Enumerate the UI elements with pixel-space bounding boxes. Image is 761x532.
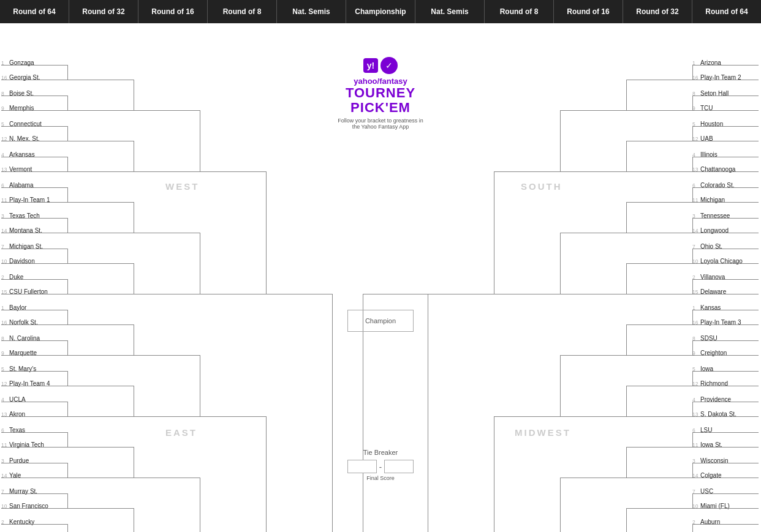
midwest-label: MIDWEST (515, 427, 571, 438)
pickem-label: PICK'EM (337, 100, 424, 115)
tiebreaker-input-1[interactable] (347, 460, 377, 473)
tiebreaker-dash: - (379, 462, 382, 471)
logo-section: y! ✓ yahoo/fantasy TOURNEY PICK'EM Follo… (337, 57, 424, 130)
header-r32-left: Round of 32 (69, 0, 138, 23)
header-semi-left: Nat. Semis (277, 0, 346, 23)
bracket-header: Round of 64 Round of 32 Round of 16 Roun… (0, 0, 761, 23)
tiebreaker-label: Tie Breaker (337, 449, 424, 456)
header-r64-left: Round of 64 (0, 0, 69, 23)
follow-text: Follow your bracket to greatness in the … (337, 118, 424, 130)
tourney-label: TOURNEY (337, 86, 424, 100)
header-r8-left: Round of 8 (208, 0, 277, 23)
final-score-label: Final Score (337, 475, 424, 481)
header-championship: Championship (346, 0, 415, 23)
header-r8-right: Round of 8 (485, 0, 554, 23)
header-r32-right: Round of 32 (623, 0, 692, 23)
header-r16-right: Round of 16 (554, 0, 623, 23)
tiebreaker-input-2[interactable] (384, 460, 414, 473)
bracket-area: WEST EAST SOUTH MIDWEST 1Gonzaga 16Georg… (0, 23, 761, 532)
east-label: EAST (165, 427, 197, 438)
fantasy-badge-icon: ✓ (380, 57, 398, 74)
tiebreaker-section: Tie Breaker - Final Score (337, 449, 424, 481)
header-r16-left: Round of 16 (138, 0, 208, 23)
champion-box: Champion (347, 310, 414, 332)
header-semi-right: Nat. Semis (415, 0, 485, 23)
west-label: WEST (165, 181, 199, 192)
yahoo-fantasy-label: yahoo/fantasy (337, 77, 424, 86)
header-r64-right: Round of 64 (692, 0, 761, 23)
south-label: SOUTH (521, 181, 562, 192)
yahoo-icon: y! (363, 58, 378, 73)
tiebreaker-inputs-row: - (337, 460, 424, 473)
